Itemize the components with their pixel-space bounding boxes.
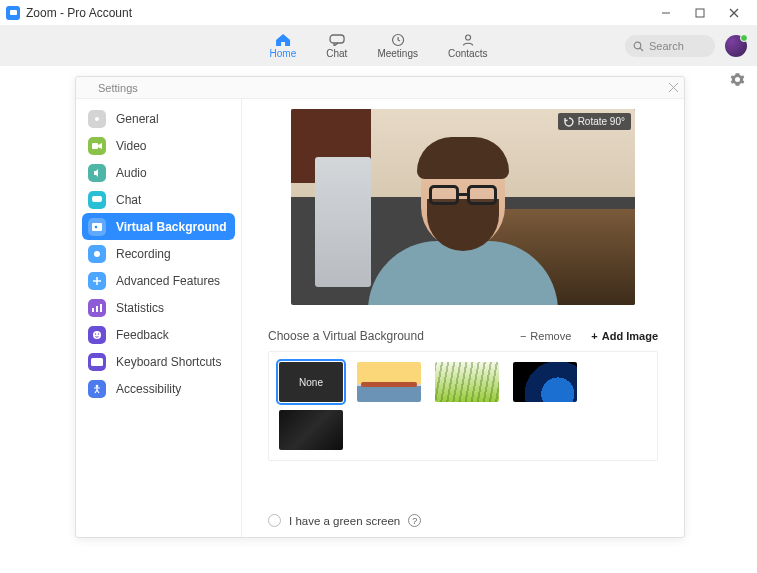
rotate-icon: [564, 117, 574, 127]
advanced-icon: [88, 272, 106, 290]
search-icon: [633, 41, 644, 52]
svg-point-20: [93, 331, 101, 339]
svg-rect-12: [92, 143, 98, 149]
top-nav: Home Chat Meetings Contacts Search: [0, 26, 757, 66]
sidebar-item-label: Feedback: [116, 328, 169, 342]
sidebar-item-label: Virtual Background: [116, 220, 226, 234]
zoom-app-icon: [6, 6, 20, 20]
sidebar-item-label: Statistics: [116, 301, 164, 315]
svg-point-6: [465, 35, 470, 40]
search-placeholder: Search: [649, 40, 684, 52]
svg-rect-1: [696, 9, 704, 17]
help-icon[interactable]: ?: [408, 514, 421, 527]
svg-rect-19: [100, 304, 102, 312]
record-icon: [88, 245, 106, 263]
nav-contacts[interactable]: Contacts: [448, 33, 487, 59]
svg-point-7: [634, 42, 641, 49]
sidebar-item-feedback[interactable]: Feedback: [82, 321, 235, 348]
home-icon: [274, 33, 292, 47]
sidebar-item-audio[interactable]: Audio: [82, 159, 235, 186]
window-title: Zoom - Pro Account: [26, 6, 132, 20]
nav-label: Meetings: [377, 48, 418, 59]
svg-rect-4: [330, 35, 344, 43]
section-title: Choose a Virtual Background: [268, 329, 520, 343]
sidebar-item-accessibility[interactable]: Accessibility: [82, 375, 235, 402]
sidebar-item-label: Audio: [116, 166, 147, 180]
svg-rect-23: [91, 358, 103, 366]
nav-meetings[interactable]: Meetings: [377, 33, 418, 59]
virtual-bg-icon: [88, 218, 106, 236]
bg-thumb-grass[interactable]: [435, 362, 499, 402]
sidebar-item-label: Chat: [116, 193, 141, 207]
svg-point-15: [95, 225, 98, 228]
sidebar-item-video[interactable]: Video: [82, 132, 235, 159]
minimize-button[interactable]: [649, 0, 683, 26]
svg-line-8: [640, 48, 643, 51]
svg-rect-13: [92, 196, 102, 202]
nav-label: Contacts: [448, 48, 487, 59]
profile-avatar[interactable]: [725, 35, 747, 57]
settings-gear-icon[interactable]: [730, 72, 745, 87]
settings-main: Rotate 90° Choose a Virtual Background −…: [242, 99, 684, 537]
stats-icon: [88, 299, 106, 317]
chat-icon: [88, 191, 106, 209]
rotate-label: Rotate 90°: [578, 116, 625, 127]
nav-chat[interactable]: Chat: [326, 33, 347, 59]
sidebar-item-label: Advanced Features: [116, 274, 220, 288]
chat-icon: [328, 33, 346, 47]
settings-sidebar: General Video Audio Chat Virtual Backgro…: [76, 99, 242, 537]
sidebar-item-recording[interactable]: Recording: [82, 240, 235, 267]
close-button[interactable]: [717, 0, 751, 26]
sidebar-item-statistics[interactable]: Statistics: [82, 294, 235, 321]
bg-thumb-none[interactable]: None: [279, 362, 343, 402]
window-titlebar: Zoom - Pro Account: [0, 0, 757, 26]
svg-rect-17: [92, 308, 94, 312]
camera-preview: Rotate 90°: [291, 109, 635, 305]
green-screen-checkbox[interactable]: [268, 514, 281, 527]
sidebar-item-label: Accessibility: [116, 382, 181, 396]
svg-point-22: [98, 333, 99, 334]
zoom-app-icon: [82, 82, 93, 93]
svg-point-24: [96, 384, 99, 387]
sidebar-item-label: Video: [116, 139, 146, 153]
bg-thumb-custom[interactable]: [279, 410, 343, 450]
settings-window: Settings General Video Audio: [75, 76, 685, 538]
settings-window-title: Settings: [98, 82, 138, 94]
settings-titlebar: Settings: [76, 77, 684, 99]
svg-rect-18: [96, 306, 98, 312]
feedback-icon: [88, 326, 106, 344]
sidebar-item-label: General: [116, 112, 159, 126]
accessibility-icon: [88, 380, 106, 398]
bg-thumb-bridge[interactable]: [357, 362, 421, 402]
clock-icon: [389, 33, 407, 47]
remove-background-button[interactable]: − Remove: [520, 330, 571, 342]
search-input[interactable]: Search: [625, 35, 715, 57]
settings-close-button[interactable]: [669, 83, 678, 92]
sidebar-item-advanced[interactable]: Advanced Features: [82, 267, 235, 294]
sidebar-item-general[interactable]: General: [82, 105, 235, 132]
sidebar-item-chat[interactable]: Chat: [82, 186, 235, 213]
gear-icon: [88, 110, 106, 128]
bg-thumb-earth[interactable]: [513, 362, 577, 402]
nav-home[interactable]: Home: [270, 33, 297, 59]
nav-label: Home: [270, 48, 297, 59]
sidebar-item-shortcuts[interactable]: Keyboard Shortcuts: [82, 348, 235, 375]
rotate-button[interactable]: Rotate 90°: [558, 113, 631, 130]
svg-point-16: [94, 251, 100, 257]
content-area: Settings General Video Audio: [0, 66, 757, 573]
keyboard-icon: [88, 353, 106, 371]
plus-icon: +: [591, 330, 597, 342]
add-image-button[interactable]: + Add Image: [591, 330, 658, 342]
nav-label: Chat: [326, 48, 347, 59]
maximize-button[interactable]: [683, 0, 717, 26]
minus-icon: −: [520, 330, 526, 342]
contact-icon: [459, 33, 477, 47]
audio-icon: [88, 164, 106, 182]
svg-point-21: [95, 333, 96, 334]
background-grid: None: [268, 351, 658, 461]
sidebar-item-virtual-background[interactable]: Virtual Background: [82, 213, 235, 240]
video-icon: [88, 137, 106, 155]
sidebar-item-label: Keyboard Shortcuts: [116, 355, 221, 369]
green-screen-label: I have a green screen: [289, 515, 400, 527]
svg-point-11: [95, 117, 99, 121]
